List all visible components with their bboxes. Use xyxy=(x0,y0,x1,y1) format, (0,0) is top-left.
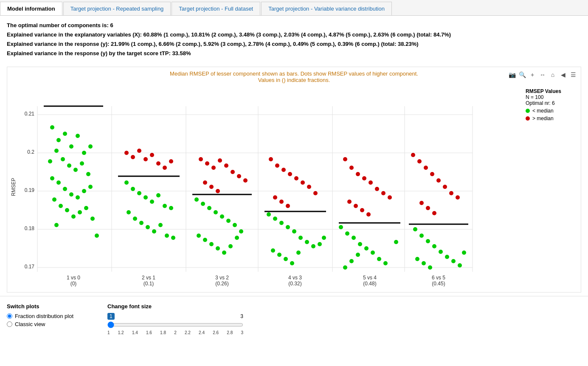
below-median-dot xyxy=(526,109,530,113)
svg-point-119 xyxy=(311,244,315,248)
svg-point-145 xyxy=(371,251,375,255)
svg-point-126 xyxy=(322,236,326,240)
svg-point-76 xyxy=(211,166,216,170)
font-size-slider[interactable] xyxy=(107,321,243,328)
svg-text:2 vs 1: 2 vs 1 xyxy=(142,275,155,281)
zoom-icon[interactable]: 🔍 xyxy=(518,70,526,79)
svg-point-164 xyxy=(413,227,417,231)
svg-point-128 xyxy=(343,157,347,161)
svg-text:0.17: 0.17 xyxy=(25,264,35,270)
svg-point-112 xyxy=(267,212,271,217)
svg-point-62 xyxy=(156,193,160,197)
plus-icon[interactable]: + xyxy=(528,70,537,79)
svg-point-90 xyxy=(226,219,231,223)
info-line2: Explained variance in the explanatory va… xyxy=(7,30,581,39)
svg-point-98 xyxy=(228,244,233,248)
svg-point-165 xyxy=(419,234,424,238)
svg-point-161 xyxy=(419,201,424,205)
classic-radio[interactable] xyxy=(7,321,12,327)
svg-text:5 vs 4: 5 vs 4 xyxy=(363,275,377,281)
arrows-icon[interactable]: ↔ xyxy=(538,70,547,79)
svg-point-66 xyxy=(133,217,137,221)
legend-item-above: > median xyxy=(526,115,574,121)
svg-point-172 xyxy=(415,257,419,261)
legend-n: N = 100 xyxy=(526,94,574,100)
svg-point-52 xyxy=(143,157,148,161)
back-icon[interactable]: ◀ xyxy=(559,70,567,79)
svg-point-42 xyxy=(84,206,88,210)
svg-point-37 xyxy=(52,197,56,202)
tab-model-info[interactable]: Model information xyxy=(0,2,62,15)
svg-point-124 xyxy=(296,251,301,255)
svg-point-43 xyxy=(90,217,95,221)
svg-point-60 xyxy=(143,195,148,200)
svg-point-168 xyxy=(439,250,443,254)
svg-point-144 xyxy=(364,246,369,251)
svg-point-140 xyxy=(339,225,343,229)
scatter-chart: 0.21 0.2 0.19 0.18 0.17 xyxy=(18,85,485,289)
svg-point-170 xyxy=(451,259,456,263)
fraction-radio[interactable] xyxy=(7,313,12,319)
svg-point-67 xyxy=(139,221,143,225)
info-line1: The optimal number of components is: 6 xyxy=(7,21,581,30)
svg-point-58 xyxy=(131,187,135,191)
chart-area: RMSEP 0.21 0.2 0.19 0.18 0.17 xyxy=(11,85,577,289)
legend-optimal: Optimal nr: 6 xyxy=(526,100,574,106)
svg-point-102 xyxy=(275,163,279,168)
svg-point-114 xyxy=(279,221,284,225)
svg-point-121 xyxy=(277,253,281,257)
svg-point-96 xyxy=(216,246,220,251)
svg-point-137 xyxy=(354,204,358,208)
svg-point-36 xyxy=(88,185,93,189)
svg-point-150 xyxy=(356,253,360,257)
svg-text:(0.32): (0.32) xyxy=(288,281,301,287)
svg-point-109 xyxy=(273,195,277,200)
svg-point-107 xyxy=(307,185,311,189)
svg-point-135 xyxy=(388,195,392,200)
svg-text:1 vs 0: 1 vs 0 xyxy=(67,275,80,281)
svg-point-113 xyxy=(273,217,277,221)
svg-point-174 xyxy=(428,265,432,270)
svg-point-166 xyxy=(426,239,430,243)
svg-point-35 xyxy=(82,189,86,193)
tab-target-repeated[interactable]: Target projection - Repeated sampling xyxy=(63,2,171,15)
svg-point-74 xyxy=(199,157,203,161)
svg-point-111 xyxy=(286,204,290,208)
svg-point-30 xyxy=(50,176,54,180)
svg-point-125 xyxy=(318,242,322,246)
svg-point-115 xyxy=(286,225,290,229)
svg-point-108 xyxy=(313,191,318,195)
slider-max-label: 3 xyxy=(240,313,243,319)
svg-point-101 xyxy=(269,157,273,161)
svg-point-65 xyxy=(127,210,131,214)
svg-point-77 xyxy=(218,158,222,163)
svg-point-134 xyxy=(381,191,385,195)
svg-point-68 xyxy=(146,225,150,229)
svg-point-82 xyxy=(203,180,207,185)
svg-point-41 xyxy=(78,210,82,214)
camera-icon[interactable]: 📷 xyxy=(508,70,516,79)
chart-container: 📷 🔍 + ↔ ⌂ ◀ ☰ Median RMSEP of lesser com… xyxy=(7,67,581,293)
svg-text:0.18: 0.18 xyxy=(25,225,35,231)
svg-point-129 xyxy=(349,166,354,170)
svg-point-34 xyxy=(76,195,80,200)
svg-point-63 xyxy=(163,204,167,208)
svg-point-169 xyxy=(445,255,449,259)
tab-target-variable[interactable]: Target projection - Variable variance di… xyxy=(261,2,392,15)
svg-point-171 xyxy=(458,263,462,267)
svg-point-57 xyxy=(124,180,129,185)
svg-point-173 xyxy=(422,261,426,265)
chart-toolbar: 📷 🔍 + ↔ ⌂ ◀ ☰ xyxy=(508,70,577,79)
svg-point-97 xyxy=(222,251,226,255)
menu-icon[interactable]: ☰ xyxy=(569,70,577,79)
info-line3: Explained variance in the response (y): … xyxy=(7,39,581,49)
svg-point-149 xyxy=(349,259,354,263)
svg-point-81 xyxy=(243,178,248,183)
svg-point-146 xyxy=(377,257,381,261)
svg-point-72 xyxy=(171,236,175,240)
svg-point-24 xyxy=(54,149,59,153)
svg-point-93 xyxy=(197,234,201,238)
info-line4: Explained variance in the response (y) b… xyxy=(7,49,581,58)
home-icon[interactable]: ⌂ xyxy=(549,70,557,79)
tab-target-full[interactable]: Target projection - Full dataset xyxy=(172,2,260,15)
